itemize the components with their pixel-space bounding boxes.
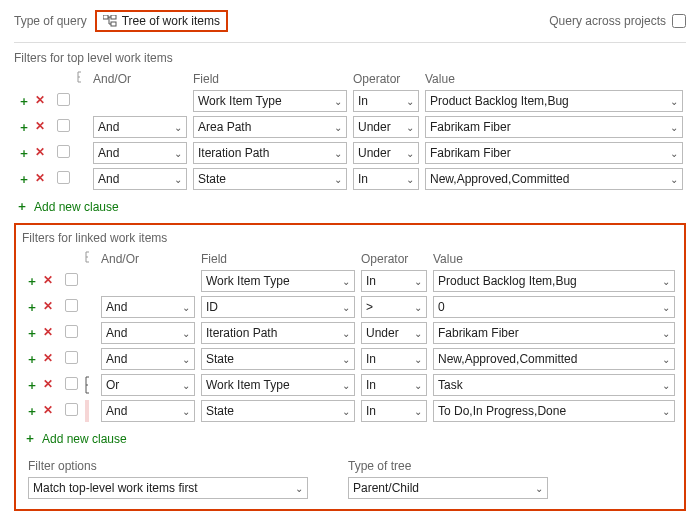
operator-select-value: Under: [358, 120, 391, 134]
linked-filters-title: Filters for linked work items: [22, 229, 678, 249]
col-andor-header: And/Or: [98, 249, 198, 268]
col-andor-header: And/Or: [90, 69, 190, 88]
andor-select[interactable]: And ⌄: [93, 142, 187, 164]
row-checkbox[interactable]: [57, 171, 70, 184]
query-across-projects-checkbox[interactable]: [672, 14, 686, 28]
andor-select[interactable]: And ⌄: [101, 400, 195, 422]
operator-select[interactable]: Under ⌄: [353, 142, 419, 164]
add-row-icon[interactable]: ＋: [17, 171, 31, 188]
field-select-value: Iteration Path: [206, 326, 277, 340]
add-row-icon[interactable]: ＋: [25, 273, 39, 290]
field-select[interactable]: Iteration Path ⌄: [201, 322, 355, 344]
chevron-down-icon: ⌄: [182, 302, 190, 313]
row-checkbox[interactable]: [65, 299, 78, 312]
col-field-header: Field: [190, 69, 350, 88]
add-row-icon[interactable]: ＋: [25, 299, 39, 316]
andor-select[interactable]: And ⌄: [101, 322, 195, 344]
remove-row-icon[interactable]: ✕: [41, 377, 55, 394]
value-select[interactable]: 0 ⌄: [433, 296, 675, 318]
chevron-down-icon: ⌄: [406, 148, 414, 159]
chevron-down-icon: ⌄: [414, 328, 422, 339]
remove-row-icon[interactable]: ✕: [41, 403, 55, 420]
add-row-icon[interactable]: ＋: [25, 351, 39, 368]
value-select[interactable]: Fabrikam Fiber ⌄: [425, 116, 683, 138]
field-select[interactable]: Iteration Path ⌄: [193, 142, 347, 164]
remove-row-icon[interactable]: ✕: [41, 325, 55, 342]
linked-filters-table: And/Or Field Operator Value ＋ ✕ Work Ite…: [22, 249, 678, 424]
chevron-down-icon: ⌄: [174, 148, 182, 159]
value-select-value: Fabrikam Fiber: [430, 120, 511, 134]
row-checkbox[interactable]: [57, 119, 70, 132]
remove-row-icon[interactable]: ✕: [41, 351, 55, 368]
row-checkbox[interactable]: [65, 273, 78, 286]
remove-row-icon[interactable]: ✕: [41, 299, 55, 316]
field-select[interactable]: State ⌄: [201, 348, 355, 370]
filter-options-select[interactable]: Match top-level work items first ⌄: [28, 477, 308, 499]
value-select[interactable]: New,Approved,Committed ⌄: [425, 168, 683, 190]
row-checkbox[interactable]: [65, 377, 78, 390]
field-select[interactable]: State ⌄: [201, 400, 355, 422]
row-checkbox[interactable]: [65, 351, 78, 364]
filter-options-label: Filter options: [28, 459, 308, 473]
linked-options: Filter options Match top-level work item…: [22, 459, 678, 499]
value-select[interactable]: Fabrikam Fiber ⌄: [433, 322, 675, 344]
value-select[interactable]: Fabrikam Fiber ⌄: [425, 142, 683, 164]
remove-row-icon[interactable]: ✕: [33, 119, 47, 136]
row-checkbox[interactable]: [65, 325, 78, 338]
row-checkbox[interactable]: [57, 145, 70, 158]
operator-select[interactable]: > ⌄: [361, 296, 427, 318]
add-row-icon[interactable]: ＋: [17, 145, 31, 162]
add-row-icon[interactable]: ＋: [17, 93, 31, 110]
row-checkbox[interactable]: [57, 93, 70, 106]
remove-row-icon[interactable]: ✕: [33, 93, 47, 110]
value-select[interactable]: Product Backlog Item,Bug ⌄: [433, 270, 675, 292]
group-bracket-icon[interactable]: [85, 376, 95, 394]
operator-select-value: In: [358, 94, 368, 108]
value-select[interactable]: New,Approved,Committed ⌄: [433, 348, 675, 370]
operator-select[interactable]: In ⌄: [361, 348, 427, 370]
remove-row-icon[interactable]: ✕: [33, 171, 47, 188]
value-select[interactable]: Task ⌄: [433, 374, 675, 396]
type-of-tree-select[interactable]: Parent/Child ⌄: [348, 477, 548, 499]
operator-select[interactable]: In ⌄: [361, 400, 427, 422]
remove-row-icon[interactable]: ✕: [33, 145, 47, 162]
field-select[interactable]: State ⌄: [193, 168, 347, 190]
andor-select[interactable]: And ⌄: [93, 168, 187, 190]
andor-select[interactable]: And ⌄: [101, 296, 195, 318]
row-checkbox[interactable]: [65, 403, 78, 416]
field-select[interactable]: Work Item Type ⌄: [201, 270, 355, 292]
remove-row-icon[interactable]: ✕: [41, 273, 55, 290]
chevron-down-icon: ⌄: [414, 380, 422, 391]
chevron-down-icon: ⌄: [342, 406, 350, 417]
operator-select[interactable]: In ⌄: [353, 90, 419, 112]
andor-select[interactable]: And ⌄: [101, 348, 195, 370]
add-row-icon[interactable]: ＋: [17, 119, 31, 136]
field-select[interactable]: ID ⌄: [201, 296, 355, 318]
operator-select[interactable]: In ⌄: [353, 168, 419, 190]
field-select-value: State: [206, 352, 234, 366]
add-clause-top[interactable]: ＋ Add new clause: [14, 192, 686, 217]
operator-select[interactable]: In ⌄: [361, 374, 427, 396]
field-select[interactable]: Area Path ⌄: [193, 116, 347, 138]
query-type-value: Tree of work items: [122, 14, 220, 28]
add-row-icon[interactable]: ＋: [25, 325, 39, 342]
chevron-down-icon: ⌄: [334, 148, 342, 159]
andor-select[interactable]: And ⌄: [93, 116, 187, 138]
operator-select[interactable]: Under ⌄: [361, 322, 427, 344]
andor-select-value: And: [106, 300, 127, 314]
andor-select[interactable]: Or ⌄: [101, 374, 195, 396]
add-clause-linked[interactable]: ＋ Add new clause: [22, 424, 678, 449]
value-select[interactable]: To Do,In Progress,Done ⌄: [433, 400, 675, 422]
value-select-value: New,Approved,Committed: [438, 352, 577, 366]
type-of-query: Type of query Tree of work items: [14, 10, 228, 32]
add-row-icon[interactable]: ＋: [25, 403, 39, 420]
field-select[interactable]: Work Item Type ⌄: [193, 90, 347, 112]
operator-select[interactable]: Under ⌄: [353, 116, 419, 138]
query-type-selector[interactable]: Tree of work items: [95, 10, 228, 32]
operator-select[interactable]: In ⌄: [361, 270, 427, 292]
svg-rect-0: [103, 15, 108, 19]
chevron-down-icon: ⌄: [342, 302, 350, 313]
value-select[interactable]: Product Backlog Item,Bug ⌄: [425, 90, 683, 112]
add-row-icon[interactable]: ＋: [25, 377, 39, 394]
field-select[interactable]: Work Item Type ⌄: [201, 374, 355, 396]
